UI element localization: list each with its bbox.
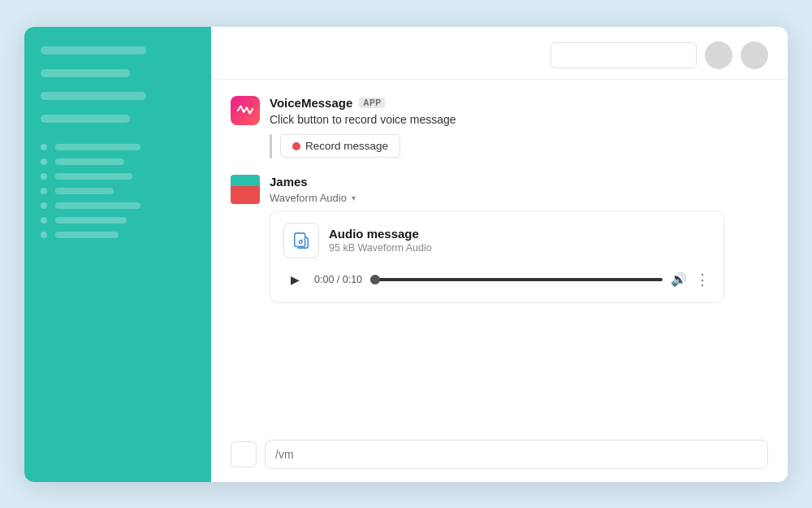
- app-container: VoiceMessage APP Click button to record …: [24, 27, 788, 482]
- voicemessage-message-text: Click button to record voice message: [270, 113, 768, 126]
- sidebar-channel-row[interactable]: [41, 232, 195, 238]
- sidebar-channel-line: [55, 188, 114, 194]
- audio-progress-thumb[interactable]: [370, 275, 380, 284]
- sidebar-channel-line: [55, 144, 140, 150]
- sidebar-channel-line: [55, 173, 132, 180]
- channel-badge: [231, 441, 257, 467]
- avatar-2[interactable]: [741, 41, 768, 69]
- sidebar-channel-dot: [41, 232, 47, 238]
- james-message-block: James Waveform Audio ▾: [231, 175, 768, 303]
- voicemessage-content: VoiceMessage APP Click button to record …: [270, 96, 768, 158]
- play-button[interactable]: ▶: [283, 268, 306, 291]
- avatar-1[interactable]: [705, 41, 732, 69]
- sidebar-channel-dot: [41, 173, 47, 180]
- record-dot-icon: [292, 142, 300, 150]
- audio-meta: Audio message 95 kB Waveform Audio: [329, 227, 432, 254]
- main-content: VoiceMessage APP Click button to record …: [211, 27, 788, 482]
- sidebar-channel-row[interactable]: [41, 144, 195, 150]
- record-message-button[interactable]: Record message: [280, 134, 400, 158]
- sidebar-channel-row[interactable]: [41, 158, 195, 165]
- sidebar-channel-dot: [41, 188, 47, 194]
- sidebar-channel-line: [55, 232, 119, 238]
- sidebar-item-4[interactable]: [41, 115, 130, 123]
- audio-time: 0:00 / 0:10: [314, 274, 362, 285]
- record-button-label: Record message: [305, 140, 388, 152]
- james-sender-name: James: [270, 175, 308, 189]
- volume-button[interactable]: 🔊: [671, 271, 687, 287]
- svg-rect-0: [295, 232, 305, 246]
- more-options-button[interactable]: ⋮: [695, 271, 710, 289]
- sidebar-item-2[interactable]: [41, 69, 130, 77]
- message-left-border: [270, 134, 272, 158]
- james-sub-label: Waveform Audio ▾: [270, 192, 768, 204]
- message-input[interactable]: [265, 440, 768, 469]
- sidebar-item-1[interactable]: [41, 46, 146, 54]
- sidebar-channel-dot: [41, 158, 47, 165]
- audio-card: Audio message 95 kB Waveform Audio ▶ 0:0…: [270, 211, 724, 303]
- sidebar-channel-dot: [41, 217, 47, 224]
- voicemessage-app-badge: APP: [359, 98, 385, 108]
- input-area: [211, 432, 788, 482]
- james-avatar: [231, 175, 260, 204]
- voicemessage-message-block: VoiceMessage APP Click button to record …: [231, 96, 768, 158]
- sidebar-channel-dot: [41, 202, 47, 209]
- audio-player: ▶ 0:00 / 0:10 🔊 ⋮: [283, 268, 710, 291]
- james-sub-label-text: Waveform Audio: [270, 192, 347, 204]
- sidebar-channel-list: [41, 144, 195, 238]
- avatar-top: [231, 175, 260, 186]
- avatar-bottom: [231, 186, 260, 204]
- sidebar-channel-row[interactable]: [41, 202, 195, 209]
- sidebar: [24, 27, 211, 482]
- sidebar-item-3[interactable]: [41, 92, 146, 100]
- sidebar-channel-row[interactable]: [41, 217, 195, 224]
- audio-progress-bar[interactable]: [370, 278, 663, 281]
- audio-file-info: 95 kB Waveform Audio: [329, 242, 432, 254]
- sidebar-channel-line: [55, 202, 140, 209]
- sidebar-channel-line: [55, 158, 124, 165]
- sidebar-channel-line: [55, 217, 127, 224]
- chat-area: VoiceMessage APP Click button to record …: [211, 80, 788, 432]
- sidebar-channel-row[interactable]: [41, 173, 195, 180]
- header: [211, 27, 788, 80]
- voicemessage-app-icon: [231, 96, 260, 125]
- audio-info: Audio message 95 kB Waveform Audio: [283, 223, 710, 258]
- audio-title: Audio message: [329, 227, 432, 241]
- sidebar-channel-row[interactable]: [41, 188, 195, 194]
- voicemessage-sender-name: VoiceMessage: [270, 96, 352, 110]
- audio-file-icon: [283, 223, 319, 258]
- james-content: James Waveform Audio ▾: [270, 175, 768, 303]
- search-input[interactable]: [551, 42, 697, 68]
- sidebar-channel-dot: [41, 144, 47, 150]
- voicemessage-header: VoiceMessage APP: [270, 96, 768, 110]
- chevron-down-icon[interactable]: ▾: [352, 193, 356, 202]
- james-header: James: [270, 175, 768, 189]
